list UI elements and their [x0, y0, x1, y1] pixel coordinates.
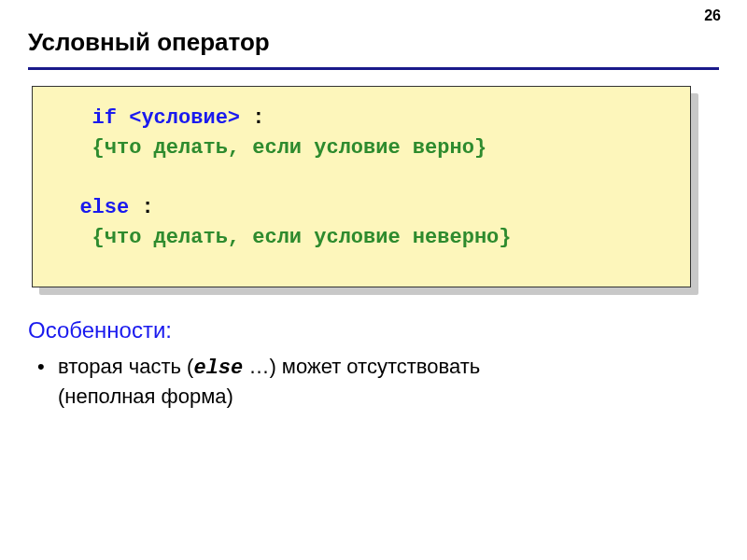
page-number: 26: [704, 7, 721, 24]
code-box: if <условие> : {что делать, если условие…: [32, 86, 691, 287]
condition-placeholder: <условие>: [129, 106, 240, 130]
code-line-1: if <условие> :: [55, 106, 264, 130]
bullet-text-line2: (неполная форма): [58, 385, 233, 408]
features-heading: Особенности:: [28, 317, 172, 343]
feature-bullet-else-optional: вторая часть (else …) может отсутствоват…: [58, 353, 654, 410]
bullet-text-prefix: вторая часть (: [58, 355, 193, 378]
title-rule: [28, 67, 719, 70]
keyword-else: else: [79, 196, 129, 219]
code-line-3: else :: [55, 196, 154, 219]
slide-title: Условный оператор: [28, 28, 270, 57]
bullet-text-mid: …) может отсутствовать: [243, 355, 480, 378]
code-line-2: {что делать, если условие верно}: [55, 136, 486, 160]
code-line-4: {что делать, если условие неверно}: [55, 226, 511, 249]
false-branch-body: {что делать, если условие неверно}: [92, 226, 512, 249]
true-branch-body: {что делать, если условие верно}: [92, 136, 486, 160]
keyword-if: if: [92, 106, 117, 130]
bullet-else-keyword: else: [193, 357, 243, 380]
